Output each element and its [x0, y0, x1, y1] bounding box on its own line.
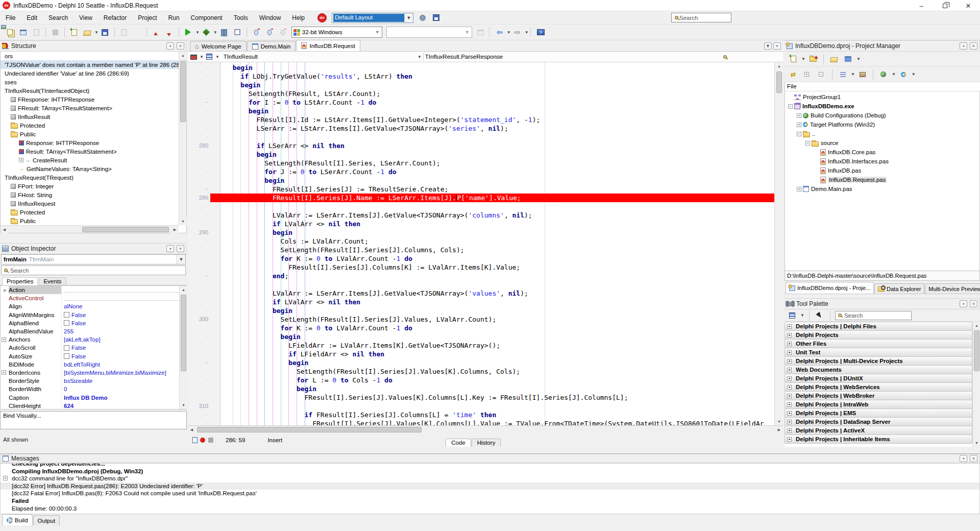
tree-expand-icon[interactable]: +: [787, 376, 792, 381]
minimize-button[interactable]: –: [910, 0, 933, 11]
dropdown-caret[interactable]: ▼: [94, 30, 99, 35]
code-line[interactable]: · for L := 0 to Cols -1 do: [188, 376, 774, 384]
save-layout-button[interactable]: [430, 12, 442, 24]
structure-item[interactable]: ors: [1, 52, 179, 60]
code-line[interactable]: − FResult[I].Series[J] := TResultSerie.C…: [188, 185, 774, 194]
structure-item[interactable]: FPort: Integer: [1, 182, 179, 190]
expand-icon[interactable]: +: [1, 370, 9, 375]
trace-into-button[interactable]: [263, 26, 276, 38]
message-row[interactable]: Compiling InfluxDBDemo.dproj (Debug, Win…: [1, 468, 979, 475]
scroll-down-icon[interactable]: ▼: [775, 418, 783, 425]
chevron-down-icon[interactable]: ▼: [215, 55, 219, 59]
bind-visually-panel[interactable]: Bind Visually...: [0, 411, 187, 429]
code-line[interactable]: · FResult[I].Series[J].Values[K].Columns…: [188, 419, 774, 425]
code-line[interactable]: · if LValArr <> nil then: [188, 298, 774, 306]
scrollbar-thumb[interactable]: [776, 71, 782, 93]
menu-tools[interactable]: Tools: [228, 11, 254, 25]
open-project-button[interactable]: [131, 26, 143, 38]
message-row[interactable]: +dcc32 command line for "InfluxDBDemo.dp…: [1, 475, 979, 482]
dropdown-caret[interactable]: ▼: [213, 30, 217, 35]
property-row[interactable]: BorderWidth0: [1, 385, 186, 393]
structure-item[interactable]: TInfluxRequest(TRequest): [1, 173, 179, 182]
project-tree-item[interactable]: +Demo.Main.pas: [785, 184, 979, 194]
dock-tab-multi-device-preview[interactable]: Multi-Device Preview: [925, 283, 980, 294]
tree-expand-icon[interactable]: +: [787, 411, 792, 416]
property-row[interactable]: +BorderIcons[biSystemMenu,biMinimize,biM…: [1, 369, 186, 377]
code-line[interactable]: · for J := 0 to LSerArr.Count -1 do: [188, 167, 774, 176]
message-row[interactable]: [dcc32 Fatal Error] InfluxDB.pas(8): F20…: [1, 490, 979, 497]
message-row[interactable]: [dcc32 Error] InfluxDB.Request.pas(286):…: [1, 482, 979, 490]
restore-button[interactable]: [933, 0, 957, 11]
step-over-button[interactable]: [250, 26, 262, 38]
chevron-down-icon[interactable]: ▼: [856, 57, 861, 61]
property-value[interactable]: [akLeft,akTop]: [62, 336, 186, 343]
editor-vertical-scrollbar[interactable]: ▲ ▼: [774, 62, 783, 425]
tool-palette-scrollbar[interactable]: ▲ ▼: [972, 322, 980, 447]
property-row[interactable]: AlphaBlendValue255: [1, 327, 186, 335]
scroll-up-icon[interactable]: ▲: [179, 52, 187, 59]
scroll-down-icon[interactable]: ▼: [973, 439, 980, 447]
structure-item[interactable]: +→CreateResult: [1, 156, 179, 164]
tab-build[interactable]: Build: [2, 514, 33, 525]
structure-vertical-scrollbar[interactable]: ▲ ▼: [179, 52, 186, 225]
property-value[interactable]: 624: [62, 403, 186, 409]
dx-badge-icon[interactable]: dx: [317, 13, 327, 22]
program-reset-button[interactable]: [231, 26, 243, 38]
property-value[interactable]: False: [62, 353, 186, 359]
chevron-down-icon[interactable]: ▼: [200, 55, 204, 59]
checkbox-icon[interactable]: [64, 353, 69, 359]
tree-expand-icon[interactable]: −: [805, 141, 810, 146]
stop-macro-icon[interactable]: [208, 438, 213, 443]
palette-category[interactable]: +Delphi Projects: [785, 330, 972, 340]
code-line[interactable]: · if LFieldArr <> nil then: [188, 350, 774, 358]
palette-category[interactable]: +Delphi Projects | WebServices: [785, 382, 972, 392]
tree-expand-icon[interactable]: +: [787, 368, 792, 372]
menu-view[interactable]: View: [74, 11, 98, 25]
code-line[interactable]: · FResult[I].Id := LStArr.Items[I].GetVa…: [188, 115, 774, 124]
property-row[interactable]: ClientHeight624: [1, 402, 186, 409]
tab-events[interactable]: Events: [39, 277, 66, 285]
scroll-up-icon[interactable]: ▲: [775, 62, 783, 70]
new-unit-button[interactable]: [68, 26, 80, 38]
tree-expand-icon[interactable]: +: [787, 333, 792, 337]
tree-expand-icon[interactable]: +: [787, 342, 792, 346]
tree-expand-icon[interactable]: +: [787, 428, 792, 433]
menu-edit[interactable]: Edit: [21, 11, 43, 25]
desktop-layout-combo[interactable]: Default Layout ▼: [332, 13, 413, 23]
code-line[interactable]: · SetLength(FResult[I].Series[J].Columns…: [188, 246, 774, 254]
build-config-button[interactable]: [877, 68, 890, 81]
palette-categories-button[interactable]: [787, 309, 797, 322]
property-value[interactable]: [62, 288, 186, 293]
tab-code[interactable]: Code: [446, 439, 471, 447]
close-icon[interactable]: ×: [970, 300, 977, 307]
property-row[interactable]: +Anchors[akLeft,akTop]: [1, 335, 186, 344]
tree-expand-icon[interactable]: −: [788, 104, 793, 109]
tab-properties[interactable]: Properties: [2, 277, 38, 285]
structure-item[interactable]: Undeclared identifier 'Value' at line 28…: [1, 69, 179, 78]
class-browser-button[interactable]: [188, 52, 199, 61]
tree-expand-icon[interactable]: −: [797, 132, 801, 136]
back-history-caret[interactable]: ▼: [507, 30, 511, 35]
scrollbar-thumb[interactable]: [197, 427, 422, 432]
scroll-left-icon[interactable]: ◀: [1, 226, 8, 233]
collapse-all-button[interactable]: −: [816, 68, 828, 81]
project-tree-item[interactable]: ProjectGroup1: [785, 92, 979, 102]
palette-category[interactable]: +Delphi Projects | ActiveX: [785, 426, 972, 435]
tree-expand-icon[interactable]: +: [787, 402, 792, 407]
property-row[interactable]: CaptionInflux DB Demo: [1, 393, 186, 401]
view-source-button[interactable]: [842, 53, 854, 65]
save-all-button[interactable]: [99, 26, 111, 38]
object-inspector-search-input[interactable]: [10, 268, 185, 274]
code-line[interactable]: · if LValArr <> nil then: [188, 220, 774, 228]
chevron-down-icon[interactable]: ▼: [463, 27, 472, 37]
expand-all-button[interactable]: +: [801, 68, 814, 81]
close-button[interactable]: ✕: [957, 0, 980, 11]
code-line[interactable]: · begin: [188, 332, 774, 341]
code-line[interactable]: · LValArr := LSerArr.Items[J].GetValue<T…: [188, 211, 774, 220]
project-tree-item[interactable]: InfluxDB.Core.pas: [785, 148, 979, 157]
structure-item[interactable]: Public: [1, 216, 179, 225]
menu-search[interactable]: Search: [43, 11, 74, 25]
structure-item[interactable]: 'TJSONValue' does not contain a member n…: [1, 60, 179, 69]
file-column-header[interactable]: File: [785, 82, 980, 91]
project-tree-item[interactable]: −source: [785, 138, 979, 148]
